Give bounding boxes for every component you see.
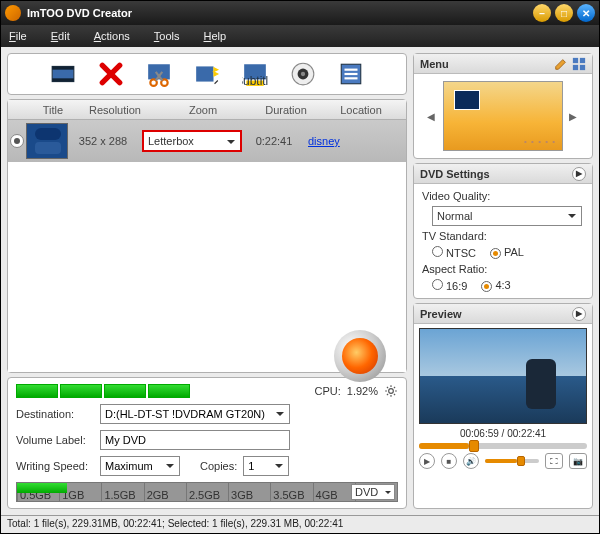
menu-help[interactable]: Help xyxy=(204,30,227,42)
volume-icon[interactable]: 🔊 xyxy=(463,453,479,469)
destination-label: Destination: xyxy=(16,408,94,420)
video-quality-select[interactable]: Normal xyxy=(432,206,582,226)
maximize-button[interactable]: □ xyxy=(555,4,573,22)
size-ruler: 0.5GB 1GB 1.5GB 2GB 2.5GB 3GB 3.5GB 4GB … xyxy=(16,482,398,502)
stop-button[interactable]: ■ xyxy=(441,453,457,469)
pal-radio[interactable]: PAL xyxy=(490,246,524,259)
bottom-panel: CPU:1.92% Destination: D:(HL-DT-ST !DVDR… xyxy=(7,377,407,509)
menubar: File Edit Actions Tools Help xyxy=(1,25,599,47)
prev-template-button[interactable]: ◀ xyxy=(427,111,437,122)
table-row[interactable]: 352 x 288 Letterbox 0:22:41 disney xyxy=(8,120,406,162)
bar-seg xyxy=(104,384,146,398)
svg-rect-20 xyxy=(573,64,578,69)
ar-169-radio[interactable]: 16:9 xyxy=(432,279,467,292)
fullscreen-button[interactable]: ⛶ xyxy=(545,453,563,469)
svg-rect-2 xyxy=(52,78,74,81)
effects-button[interactable] xyxy=(190,59,224,89)
remove-button[interactable] xyxy=(94,59,128,89)
seek-slider[interactable] xyxy=(419,443,587,449)
template-icon[interactable] xyxy=(572,57,586,71)
col-duration[interactable]: Duration xyxy=(256,104,316,116)
snapshot-button[interactable]: 📷 xyxy=(569,453,587,469)
ruler-fill xyxy=(17,483,67,493)
svg-rect-19 xyxy=(580,57,585,62)
svg-rect-21 xyxy=(580,64,585,69)
col-zoom[interactable]: Zoom xyxy=(150,104,256,116)
list-header: Title Resolution Zoom Duration Location xyxy=(8,100,406,120)
zoom-select[interactable]: Letterbox xyxy=(142,130,242,152)
status-bar: Total: 1 file(s), 229.31MB, 00:22:41; Se… xyxy=(1,515,599,533)
menu-tools[interactable]: Tools xyxy=(154,30,180,42)
video-quality-label: Video Quality: xyxy=(422,190,584,202)
volume-slider[interactable] xyxy=(485,459,539,463)
dvd-settings-panel: DVD Settings ▶ Video Quality: Normal TV … xyxy=(413,163,593,299)
settings-header: DVD Settings ▶ xyxy=(414,164,592,184)
svg-rect-16 xyxy=(345,77,358,79)
settings-icon[interactable] xyxy=(384,384,398,398)
svg-rect-14 xyxy=(345,69,358,71)
svg-point-17 xyxy=(389,389,394,394)
copies-select[interactable]: 1 xyxy=(243,456,289,476)
audio-button[interactable] xyxy=(286,59,320,89)
close-button[interactable]: ✕ xyxy=(577,4,595,22)
preview-video[interactable] xyxy=(419,328,587,424)
bar-seg xyxy=(16,384,58,398)
toolbar: Subtitle xyxy=(7,53,407,95)
body: Subtitle Title Resolution Zoom Duration … xyxy=(1,47,599,515)
bar-seg xyxy=(148,384,190,398)
svg-point-12 xyxy=(301,72,305,76)
left-pane: Subtitle Title Resolution Zoom Duration … xyxy=(7,53,407,509)
col-location[interactable]: Location xyxy=(316,104,406,116)
clip-button[interactable] xyxy=(142,59,176,89)
expand-settings-icon[interactable]: ▶ xyxy=(572,167,586,181)
preview-panel: Preview ▶ 00:06:59 / 00:22:41 ▶ ■ 🔊 ⛶ xyxy=(413,303,593,509)
svg-rect-6 xyxy=(196,66,213,81)
burn-button[interactable] xyxy=(334,330,386,382)
menu-edit[interactable]: Edit xyxy=(51,30,70,42)
minimize-button[interactable]: – xyxy=(533,4,551,22)
capacity-bars: CPU:1.92% xyxy=(16,384,398,398)
destination-select[interactable]: D:(HL-DT-ST !DVDRAM GT20N) xyxy=(100,404,290,424)
app-window: ImTOO DVD Creator – □ ✕ File Edit Action… xyxy=(0,0,600,534)
preview-time: 00:06:59 / 00:22:41 xyxy=(460,428,546,439)
subtitle-button[interactable]: Subtitle xyxy=(238,59,272,89)
svg-text:Subtitle: Subtitle xyxy=(242,74,268,87)
chapter-button[interactable] xyxy=(334,59,368,89)
bar-seg xyxy=(60,384,102,398)
titlebar: ImTOO DVD Creator – □ ✕ xyxy=(1,1,599,25)
volume-label-label: Volume Label: xyxy=(16,434,94,446)
cell-duration: 0:22:41 xyxy=(244,135,304,147)
cell-location[interactable]: disney xyxy=(304,135,344,147)
col-resolution[interactable]: Resolution xyxy=(80,104,150,116)
add-video-button[interactable] xyxy=(46,59,80,89)
svg-rect-1 xyxy=(52,66,74,69)
media-type-select[interactable]: DVD xyxy=(351,484,395,500)
svg-rect-15 xyxy=(345,73,358,75)
next-template-button[interactable]: ▶ xyxy=(569,111,579,122)
volume-label-input[interactable]: My DVD xyxy=(100,430,290,450)
edit-menu-icon[interactable] xyxy=(554,57,568,71)
writing-speed-select[interactable]: Maximum xyxy=(100,456,180,476)
ntsc-radio[interactable]: NTSC xyxy=(432,246,476,259)
svg-rect-18 xyxy=(573,57,578,62)
file-list: Title Resolution Zoom Duration Location … xyxy=(7,99,407,373)
menu-thumbnail[interactable] xyxy=(443,81,563,151)
col-title[interactable]: Title xyxy=(26,104,80,116)
app-icon xyxy=(5,5,21,21)
preview-header: Preview ▶ xyxy=(414,304,592,324)
cpu-usage: CPU:1.92% xyxy=(315,384,398,398)
expand-preview-icon[interactable]: ▶ xyxy=(572,307,586,321)
right-pane: Menu ◀ ▶ DVD Settings ▶ xyxy=(413,53,593,509)
cell-zoom: Letterbox xyxy=(138,130,244,152)
ar-43-radio[interactable]: 4:3 xyxy=(481,279,510,292)
tv-standard-label: TV Standard: xyxy=(422,230,584,242)
menu-actions[interactable]: Actions xyxy=(94,30,130,42)
menu-file[interactable]: File xyxy=(9,30,27,42)
window-title: ImTOO DVD Creator xyxy=(27,7,529,19)
writing-speed-label: Writing Speed: xyxy=(16,460,94,472)
video-thumbnail xyxy=(26,123,68,159)
play-button[interactable]: ▶ xyxy=(419,453,435,469)
menu-header: Menu xyxy=(414,54,592,74)
row-select-icon[interactable] xyxy=(10,134,24,148)
copies-label: Copies: xyxy=(200,460,237,472)
